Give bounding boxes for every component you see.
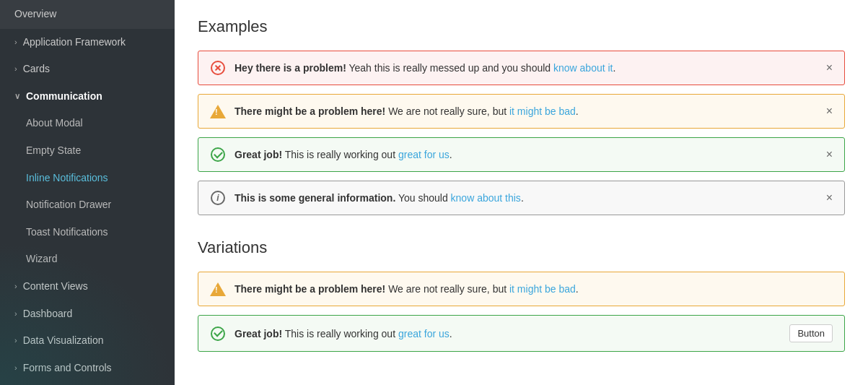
sidebar-item-navigation[interactable]: › Navigation <box>0 381 175 385</box>
chevron-right-icon: › <box>14 64 17 74</box>
sidebar-item-content-views[interactable]: › Content Views <box>0 273 175 300</box>
info-close-button[interactable]: × <box>826 191 833 204</box>
sidebar-item-label: Communication <box>26 90 102 104</box>
warning-trailing: . <box>576 105 579 117</box>
sidebar-child-label: Inline Notifications <box>26 171 108 186</box>
chevron-right-icon: › <box>14 37 17 48</box>
sidebar-item-cards[interactable]: › Cards <box>0 56 175 83</box>
variations-title: Variations <box>198 238 845 257</box>
sidebar-item-inline-notifications[interactable]: Inline Notifications <box>0 165 175 192</box>
sidebar-child-label: About Modal <box>26 116 83 131</box>
var-warning-link[interactable]: it might be bad <box>509 283 576 295</box>
error-close-button[interactable]: × <box>826 61 833 74</box>
var-success-trailing: . <box>450 328 452 339</box>
info-bold-text: This is some general information. <box>234 192 395 204</box>
success-plain-text: This is really working out <box>282 149 398 160</box>
var-warning-trailing: . <box>576 283 579 295</box>
variations-section: Variations There might be a problem here… <box>198 238 845 352</box>
info-notification: i This is some general information. You … <box>198 181 845 215</box>
chevron-right-icon: › <box>14 363 17 373</box>
var-success-plain: This is really working out <box>282 328 398 339</box>
sidebar-item-notification-drawer[interactable]: Notification Drawer <box>0 191 175 219</box>
info-link[interactable]: know about this <box>451 192 521 204</box>
sidebar-item-application-framework[interactable]: › Application Framework <box>0 29 175 56</box>
sidebar-item-label: Content Views <box>23 280 88 294</box>
variation-action-button[interactable]: Button <box>789 324 833 342</box>
success-icon <box>210 147 226 163</box>
var-warning-plain: We are not really sure, but <box>385 283 509 295</box>
chevron-right-icon: › <box>14 335 17 346</box>
variation-warning-text: There might be a problem here! We are no… <box>234 283 833 295</box>
overview-label: Overview <box>14 7 56 22</box>
chevron-right-icon: › <box>14 308 17 319</box>
sidebar-child-label: Toast Notifications <box>26 225 108 240</box>
success-notification-text: Great job! This is really working out gr… <box>234 149 817 160</box>
variation-success-notification: Great job! This is really working out gr… <box>198 315 845 352</box>
sidebar-child-label: Empty State <box>26 144 81 158</box>
warning-bold-text: There might be a problem here! <box>234 105 385 117</box>
error-notification-text: Hey there is a problem! Yeah this is rea… <box>234 62 817 74</box>
sidebar-item-dashboard[interactable]: › Dashboard <box>0 300 175 328</box>
sidebar-item-wizard[interactable]: Wizard <box>0 246 175 273</box>
variation-warning-icon <box>210 281 226 297</box>
main-content: Examples Hey there is a problem! Yeah th… <box>175 0 868 385</box>
sidebar-item-label: Application Framework <box>23 35 126 50</box>
sidebar-item-label: Dashboard <box>23 307 73 321</box>
sidebar-item-communication[interactable]: ∨ Communication <box>0 83 175 111</box>
info-icon: i <box>210 190 226 206</box>
sidebar-item-data-visualization[interactable]: › Data Visualization <box>0 327 175 355</box>
var-success-link[interactable]: great for us <box>398 328 450 339</box>
sidebar-item-label: Data Visualization <box>23 334 104 348</box>
info-plain-text: You should <box>395 192 450 204</box>
success-trailing: . <box>450 149 452 160</box>
chevron-right-icon: › <box>14 281 17 292</box>
var-warning-bold: There might be a problem here! <box>234 283 385 295</box>
error-bold-text: Hey there is a problem! <box>234 62 346 74</box>
info-notification-text: This is some general information. You sh… <box>234 192 817 204</box>
warning-close-button[interactable]: × <box>826 105 833 118</box>
success-notification: Great job! This is really working out gr… <box>198 137 845 172</box>
variation-success-text: Great job! This is really working out gr… <box>234 328 781 339</box>
sidebar-child-label: Notification Drawer <box>26 198 111 212</box>
info-trailing: . <box>521 192 524 204</box>
sidebar-child-label: Wizard <box>26 252 58 267</box>
success-close-button[interactable]: × <box>826 148 833 161</box>
warning-plain-text: We are not really sure, but <box>385 105 509 117</box>
warning-notification: There might be a problem here! We are no… <box>198 94 845 129</box>
error-icon <box>210 60 226 76</box>
variation-warning-notification: There might be a problem here! We are no… <box>198 272 845 306</box>
success-link[interactable]: great for us <box>398 149 450 160</box>
error-link[interactable]: know about it <box>553 62 613 74</box>
warning-notification-text: There might be a problem here! We are no… <box>234 105 817 117</box>
warning-icon <box>210 103 226 119</box>
var-success-bold: Great job! <box>234 328 282 339</box>
sidebar-item-empty-state[interactable]: Empty State <box>0 137 175 165</box>
sidebar-item-label: Cards <box>23 62 50 77</box>
sidebar-item-forms-and-controls[interactable]: › Forms and Controls <box>0 355 175 382</box>
chevron-down-icon: ∨ <box>14 91 20 102</box>
sidebar: Overview › Application Framework › Cards… <box>0 0 175 385</box>
error-notification: Hey there is a problem! Yeah this is rea… <box>198 51 845 85</box>
sidebar-item-label: Forms and Controls <box>23 361 112 376</box>
sidebar-item-toast-notifications[interactable]: Toast Notifications <box>0 219 175 246</box>
warning-link[interactable]: it might be bad <box>509 105 576 117</box>
examples-title: Examples <box>198 17 845 36</box>
error-plain-text: Yeah this is really messed up and you sh… <box>346 62 553 74</box>
success-bold-text: Great job! <box>234 149 282 160</box>
sidebar-item-overview[interactable]: Overview <box>0 0 175 29</box>
variation-success-icon <box>210 326 226 342</box>
sidebar-item-about-modal[interactable]: About Modal <box>0 110 175 137</box>
